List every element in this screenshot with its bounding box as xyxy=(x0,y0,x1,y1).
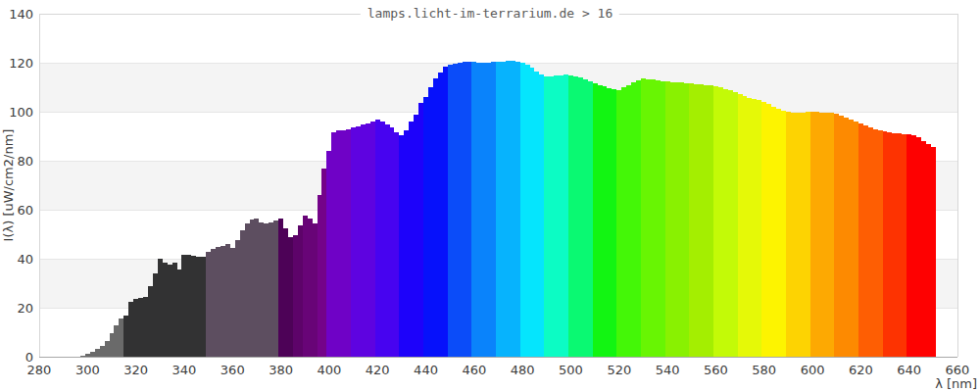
spectrum-bar xyxy=(486,63,491,358)
spectrum-bar xyxy=(506,61,511,357)
x-tick-label: 280 xyxy=(27,363,52,377)
spectrum-bar xyxy=(718,87,723,357)
spectrum-bar xyxy=(259,222,264,357)
spectrum-bar xyxy=(404,130,409,357)
spectrum-bar xyxy=(133,299,138,357)
spectrum-bar xyxy=(656,80,661,357)
spectrum-bar xyxy=(661,81,665,357)
spectrum-bar xyxy=(361,124,366,357)
spectrum-bar xyxy=(578,77,583,357)
spectrum-bar xyxy=(573,76,578,357)
spectrum-bar xyxy=(752,99,757,357)
spectrum-bar xyxy=(709,85,713,357)
spectrum-bar xyxy=(906,134,911,357)
spectrum-bar xyxy=(245,223,250,357)
spectrum-bar xyxy=(534,72,539,357)
spectrum-bar xyxy=(713,86,718,357)
y-tick-label: 80 xyxy=(17,154,33,169)
spectrum-bar xyxy=(815,112,820,357)
spectrum-bar xyxy=(191,256,196,357)
spectrum-bar xyxy=(583,79,588,357)
x-tick-label: 400 xyxy=(317,363,341,377)
spectrum-bar xyxy=(496,62,501,357)
spectrum-bar xyxy=(463,62,467,357)
spectrum-bar xyxy=(119,318,123,357)
x-tick-label: 620 xyxy=(849,363,873,377)
spectrum-bar xyxy=(530,68,535,357)
y-tick-label: 60 xyxy=(17,203,33,218)
x-tick-label: 420 xyxy=(366,363,390,377)
spectrum-bar xyxy=(665,81,670,357)
spectrum-bar xyxy=(283,228,288,357)
spectrum-bar xyxy=(409,122,414,357)
spectrum-bar xyxy=(100,346,105,357)
spectrum-bar xyxy=(911,135,916,357)
spectrum-bar xyxy=(181,255,186,357)
spectrum-bar xyxy=(834,114,839,357)
spectrum-bar xyxy=(501,62,506,358)
chart-title: lamps.licht-im-terrarium.de > 16 xyxy=(361,6,619,22)
spectrum-bar xyxy=(186,255,191,357)
spectrum-bar xyxy=(883,131,888,357)
spectrum-bar xyxy=(163,263,168,357)
spectrum-bar xyxy=(308,219,313,357)
spectrum-bar xyxy=(863,125,868,358)
spectrum-bar xyxy=(298,225,303,357)
spectrum-bar xyxy=(143,297,148,357)
spectrum-bar xyxy=(148,286,153,358)
spectrum-bar xyxy=(114,325,119,358)
spectrum-bar xyxy=(95,349,100,357)
spectrum-bar xyxy=(390,127,395,357)
y-tick-label: 0 xyxy=(25,350,33,365)
y-tick-label: 140 xyxy=(9,7,33,22)
spectrum-bar xyxy=(216,247,220,357)
spectrum-bar xyxy=(423,97,428,357)
spectrum-bar xyxy=(539,74,544,357)
spectrum-bar xyxy=(123,316,128,358)
spectrum-bar xyxy=(269,222,273,358)
spectrum-bar xyxy=(394,132,399,357)
spectrum-bar xyxy=(380,122,385,357)
spectrum-bar xyxy=(616,90,621,358)
spectrum-bar xyxy=(844,118,849,357)
spectrum-bar xyxy=(158,259,163,357)
spectrum-bar xyxy=(303,216,308,357)
spectrum-bar xyxy=(225,244,230,357)
y-tick-label: 20 xyxy=(17,301,33,316)
x-tick-label: 380 xyxy=(269,363,293,377)
spectrum-bar xyxy=(356,126,361,358)
x-tick-label: 360 xyxy=(220,363,245,377)
spectrum-bar xyxy=(781,111,786,357)
spectrum-bar xyxy=(453,64,458,358)
spectrum-bar xyxy=(796,113,801,357)
x-tick-label: 480 xyxy=(511,363,535,377)
spectrum-bar xyxy=(646,79,651,358)
spectrum-bar xyxy=(105,341,110,357)
spectrum-bar xyxy=(824,113,829,357)
x-tick-label: 540 xyxy=(656,363,680,377)
spectrum-bar xyxy=(254,219,259,357)
spectrum-bar xyxy=(273,220,278,357)
spectrum-bar xyxy=(220,246,225,357)
spectrum-bar xyxy=(443,67,448,357)
x-tick-label: 640 xyxy=(897,363,921,377)
x-tick-label: 300 xyxy=(75,363,100,377)
spectrum-bar xyxy=(786,112,791,357)
spectrum-bar xyxy=(593,83,598,358)
spectrum-bar xyxy=(704,85,709,357)
spectrum-bar xyxy=(699,84,704,357)
spectrum-bar xyxy=(776,109,781,357)
spectrum-bar xyxy=(878,130,883,357)
spectrum-bar xyxy=(525,65,530,357)
spectrum-bar xyxy=(458,63,463,357)
spectrum-bar xyxy=(366,123,370,358)
spectrum-bar xyxy=(448,65,453,357)
x-tick-label: 500 xyxy=(559,363,583,377)
spectrum-bar xyxy=(515,62,520,358)
spectrum-bar xyxy=(636,80,641,357)
spectrum-bar xyxy=(438,73,443,357)
spectrum-bar xyxy=(428,87,433,357)
spectrum-bar xyxy=(341,130,346,358)
x-tick-label: 460 xyxy=(462,363,486,377)
spectrum-bar xyxy=(264,223,269,357)
